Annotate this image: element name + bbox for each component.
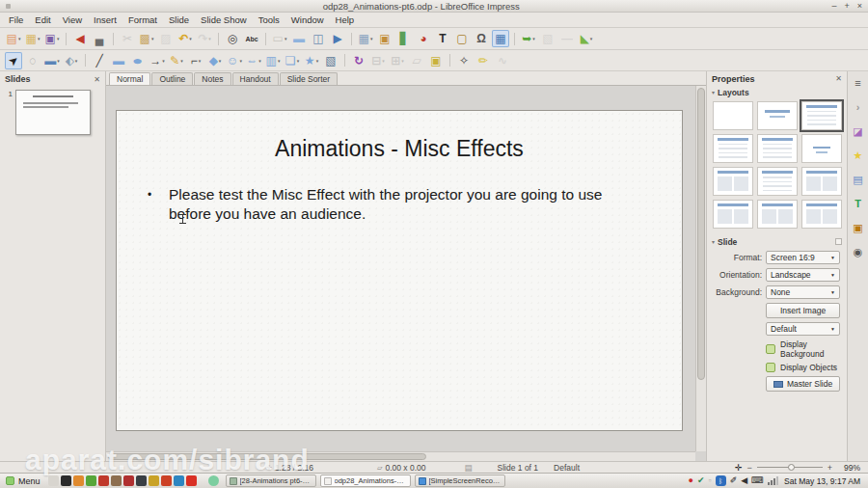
master-slide-dropdown[interactable]: Default▼ [766, 322, 840, 336]
slide-layout-button[interactable]: ▬ [290, 30, 308, 47]
master-name[interactable]: Default [554, 463, 580, 473]
layout-title-content[interactable] [801, 101, 842, 130]
symbol-shapes-tool[interactable]: ☺ [226, 52, 243, 69]
new-presentation-button[interactable]: ▤ [5, 30, 22, 47]
callouts-tool[interactable]: ❏ [284, 52, 301, 69]
start-slideshow-button[interactable]: ▶ [329, 30, 346, 47]
select-tool[interactable]: ➤ [5, 52, 22, 69]
network-signal-icon[interactable] [768, 476, 778, 485]
tab-master-slides[interactable]: ▤ [851, 172, 866, 187]
rotate-tool[interactable]: ↻ [350, 52, 367, 69]
launcher-web-browser[interactable] [73, 475, 84, 486]
collapse-icon[interactable]: ▾ [712, 89, 715, 95]
glue-points-button[interactable]: ✏ [475, 52, 492, 69]
view-tab[interactable]: Normal [109, 72, 150, 85]
fit-slide-icon[interactable]: ✛ [735, 463, 743, 473]
clone-formatting-button[interactable]: ▨ [157, 30, 175, 47]
layout-content-only[interactable] [757, 167, 798, 196]
paste-button[interactable]: ▩ [138, 30, 155, 47]
undo-button[interactable]: ↶ [176, 30, 194, 47]
basic-shapes-tool[interactable]: ◆ [206, 52, 224, 69]
tab-slide-transition[interactable]: ◪ [851, 123, 866, 139]
layout-two-content-2[interactable] [801, 167, 842, 196]
insert-image-button[interactable]: Insert Image [766, 303, 840, 318]
launcher-screenshot-tool[interactable] [208, 475, 219, 486]
launcher-opera[interactable] [186, 475, 197, 486]
layout-four-content[interactable] [713, 200, 753, 229]
ellipse-tool[interactable]: ● [129, 52, 147, 69]
launcher-file-manager[interactable] [48, 475, 59, 486]
display-objects-checkbox[interactable] [766, 363, 775, 372]
block-arrows-tool[interactable]: ⇔ [245, 52, 262, 69]
orientation-dropdown[interactable]: Landscape▼ [766, 268, 840, 282]
menu-item[interactable]: Edit [29, 14, 56, 26]
view-tab[interactable]: Outline [151, 72, 193, 85]
tab-navigator[interactable]: ◉ [851, 244, 866, 259]
menu-item[interactable]: Tools [253, 14, 285, 26]
launcher-terminal[interactable] [61, 475, 71, 486]
zoom-level[interactable]: 99% [837, 463, 860, 473]
layout-title-content-2[interactable] [713, 134, 753, 163]
scrollbar-thumb[interactable] [108, 453, 426, 460]
display-views-button[interactable]: ◫ [310, 30, 327, 47]
layout-blank[interactable] [713, 101, 753, 130]
scrollbar-thumb[interactable] [697, 88, 705, 380]
insert-media-button[interactable]: ▢ [453, 30, 471, 47]
insert-text-box-button[interactable]: T [434, 30, 451, 47]
align-button[interactable]: ⊟ [369, 52, 387, 69]
view-tab[interactable]: Slide Sorter [280, 72, 338, 85]
menu-item[interactable]: Window [285, 14, 330, 26]
taskbar-window-impress[interactable]: odp28_Animations-pt... [320, 474, 411, 487]
close-icon[interactable]: ✕ [835, 74, 842, 83]
connector-tool[interactable]: ⌐ [187, 52, 204, 69]
open-button[interactable]: ▦ [24, 30, 41, 47]
launcher-filezilla[interactable] [98, 475, 109, 486]
launcher-cherrytree[interactable] [123, 475, 134, 486]
lines-arrows-tool[interactable]: → [149, 52, 166, 69]
slide-thumbnail[interactable] [15, 90, 91, 135]
clock[interactable]: Sat May 13, 9:17 AM [784, 476, 860, 486]
menu-item[interactable]: File [3, 14, 29, 26]
tray-volume-icon[interactable]: ◀ [741, 476, 747, 485]
background-dropdown[interactable]: None▼ [766, 285, 840, 299]
display-background-checkbox[interactable] [766, 344, 775, 354]
launcher-media-player[interactable] [174, 475, 184, 486]
sidebar-hide-icon[interactable]: › [851, 99, 866, 115]
zoom-in-icon[interactable]: + [827, 463, 832, 473]
bullet-text[interactable]: Please test the Misc Effect with the pro… [169, 185, 643, 225]
launcher-archive-manager[interactable] [149, 475, 159, 486]
tray-record-icon[interactable]: ● [688, 476, 692, 485]
layout-title-slide[interactable] [757, 101, 798, 130]
launcher-libreoffice[interactable] [161, 475, 172, 486]
launcher-gimp[interactable] [111, 475, 122, 486]
horizontal-scrollbar[interactable] [106, 451, 695, 461]
find-replace-button[interactable]: ◎ [224, 30, 241, 47]
save-button[interactable]: ▣ [43, 30, 61, 47]
slide-title-text[interactable]: Animations - Misc Effects [117, 136, 682, 162]
slide-section-header[interactable]: ▾ Slide [707, 235, 847, 248]
arrange-button[interactable]: ⊞ [389, 52, 406, 69]
shadow-toggle[interactable]: ▱ [408, 52, 425, 69]
taskbar-window-screenrecorder[interactable]: [SimpleScreenRecord... [415, 474, 505, 487]
layout-title-only[interactable] [757, 134, 798, 163]
slide-canvas[interactable]: Animations - Misc Effects • Please test … [116, 110, 683, 431]
close-icon[interactable]: × [857, 2, 862, 11]
flowchart-tool[interactable]: ▥ [264, 52, 282, 69]
close-icon[interactable]: ✕ [94, 75, 100, 84]
menu-item[interactable]: Insert [88, 14, 122, 26]
to-curve-button[interactable]: ∿ [494, 52, 511, 69]
layout-four-content-2[interactable] [757, 200, 798, 229]
layouts-section-header[interactable]: ▾ Layouts [707, 86, 847, 98]
tray-tools-icon[interactable]: ✐ [730, 476, 738, 485]
vertical-scrollbar[interactable] [695, 86, 706, 451]
collapse-icon[interactable]: ▾ [712, 238, 715, 245]
minimize-icon[interactable]: – [831, 2, 836, 11]
crop-image-button[interactable]: ◣ [578, 30, 595, 47]
slide-body-text[interactable]: • Please test the Misc Effect with the p… [148, 185, 643, 225]
tray-notifier-icon[interactable]: ▫ [708, 476, 711, 485]
master-slide-button[interactable]: Master Slide [766, 376, 840, 392]
layout-centered-text[interactable] [801, 134, 842, 163]
tab-animation[interactable]: ★ [851, 148, 866, 163]
menu-item[interactable]: Help [330, 14, 361, 26]
3d-objects-tool[interactable]: ▧ [322, 52, 339, 69]
